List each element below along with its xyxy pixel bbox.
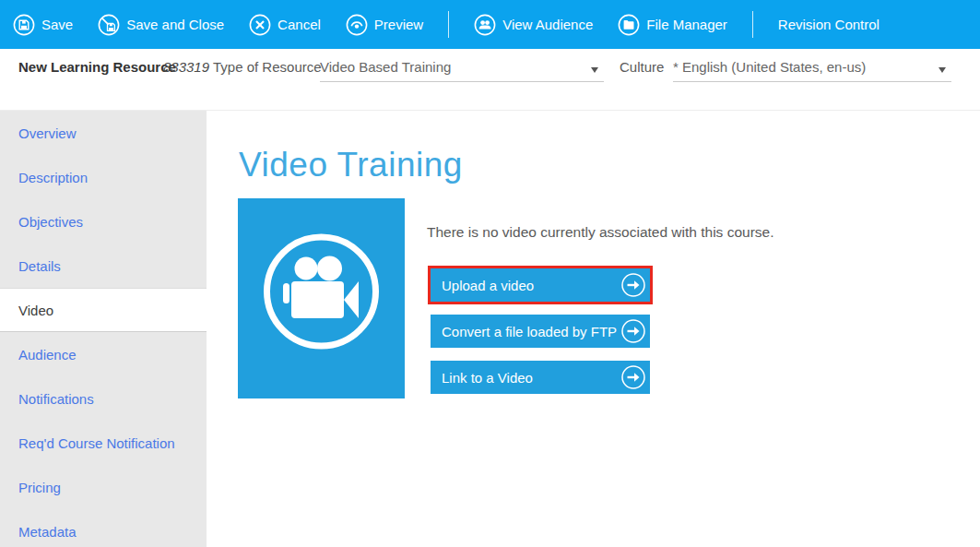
sidebar-item-audience[interactable]: Audience xyxy=(0,332,207,376)
view-audience-icon xyxy=(474,14,496,36)
cancel-icon xyxy=(249,14,271,36)
type-of-resource-value: Video Based Training xyxy=(320,54,604,75)
save-label: Save xyxy=(41,17,73,32)
page-title: New Learning Resource xyxy=(18,59,176,75)
link-to-a-video-button[interactable]: Link to a Video xyxy=(431,361,650,394)
upload-a-video-button[interactable]: Upload a video xyxy=(431,268,650,302)
preview-button[interactable]: Preview xyxy=(346,14,423,36)
type-of-resource-dropdown[interactable]: Video Based Training xyxy=(320,54,604,82)
file-manager-button[interactable]: File Manager xyxy=(618,14,727,36)
sidebar-item-video[interactable]: Video xyxy=(0,288,207,332)
resource-header: New Learning Resource 833319 Type of Res… xyxy=(0,49,980,111)
section-title: Video Training xyxy=(239,146,463,184)
convert-ftp-file-label: Convert a file loaded by FTP xyxy=(442,324,617,339)
sidebar-item-label: Notifications xyxy=(18,391,94,407)
save-button[interactable]: Save xyxy=(13,14,73,36)
sidebar-item-label: Audience xyxy=(18,347,77,363)
arrow-right-icon xyxy=(621,319,645,346)
culture-value: * English (United States, en-us) xyxy=(673,54,951,75)
sidebar-item-label: Pricing xyxy=(18,480,61,495)
sidebar-item-overview[interactable]: Overview xyxy=(0,111,207,155)
sidebar-item-label: Details xyxy=(18,258,61,274)
revision-control-label: Revision Control xyxy=(778,17,880,32)
type-of-resource-label: Type of Resource xyxy=(213,59,322,75)
cancel-label: Cancel xyxy=(277,17,321,32)
toolbar-separator xyxy=(448,11,449,38)
sidebar-item-description[interactable]: Description xyxy=(0,155,207,199)
revision-control-button[interactable]: Revision Control xyxy=(778,17,880,32)
save-and-close-button[interactable]: Save and Close xyxy=(98,14,224,36)
preview-icon xyxy=(346,14,368,36)
chevron-down-icon xyxy=(939,67,946,73)
view-audience-label: View Audience xyxy=(502,17,593,32)
preview-label: Preview xyxy=(374,17,423,32)
video-actions: Upload a video Convert a file loaded by … xyxy=(431,268,650,407)
save-and-close-label: Save and Close xyxy=(126,17,224,32)
video-tile xyxy=(238,198,405,398)
arrow-right-icon xyxy=(621,273,645,300)
main-content: Video Training There is no video current… xyxy=(207,111,980,547)
top-toolbar: Save Save and Close Cancel xyxy=(0,0,980,49)
upload-a-video-label: Upload a video xyxy=(442,278,534,293)
culture-label: Culture xyxy=(620,59,664,75)
cancel-button[interactable]: Cancel xyxy=(249,14,321,36)
video-camera-icon xyxy=(238,198,405,398)
sidebar-item-label: Overview xyxy=(18,125,77,141)
arrow-right-icon xyxy=(621,365,645,392)
link-to-a-video-label: Link to a Video xyxy=(442,370,533,386)
sidebar-item-label: Objectives xyxy=(18,214,83,230)
sidebar-item-details[interactable]: Details xyxy=(0,244,207,288)
sidebar-item-pricing[interactable]: Pricing xyxy=(0,465,207,509)
resource-id: 833319 xyxy=(163,59,209,75)
sidebar-item-label: Description xyxy=(18,170,88,185)
no-video-message: There is no video currently associated w… xyxy=(427,224,773,241)
sidebar-item-label: Metadata xyxy=(18,524,77,540)
culture-dropdown[interactable]: * English (United States, en-us) xyxy=(673,54,951,82)
file-manager-label: File Manager xyxy=(646,17,727,32)
convert-ftp-file-button[interactable]: Convert a file loaded by FTP xyxy=(431,315,650,348)
sidebar-item-objectives[interactable]: Objectives xyxy=(0,199,207,244)
save-icon xyxy=(13,14,35,36)
sidebar-item-notifications[interactable]: Notifications xyxy=(0,376,207,421)
toolbar-separator xyxy=(752,11,753,38)
sidebar-item-label: Video xyxy=(18,303,53,318)
sidebar-item-reqd-course-notification[interactable]: Req'd Course Notification xyxy=(0,421,207,465)
file-manager-icon xyxy=(618,14,640,36)
sidebar-item-label: Req'd Course Notification xyxy=(18,435,175,451)
chevron-down-icon xyxy=(591,67,598,73)
sidebar-item-metadata[interactable]: Metadata xyxy=(0,509,207,547)
sidebar-nav: Overview Description Objectives Details … xyxy=(0,111,207,547)
save-close-icon xyxy=(98,14,120,36)
view-audience-button[interactable]: View Audience xyxy=(474,14,593,36)
